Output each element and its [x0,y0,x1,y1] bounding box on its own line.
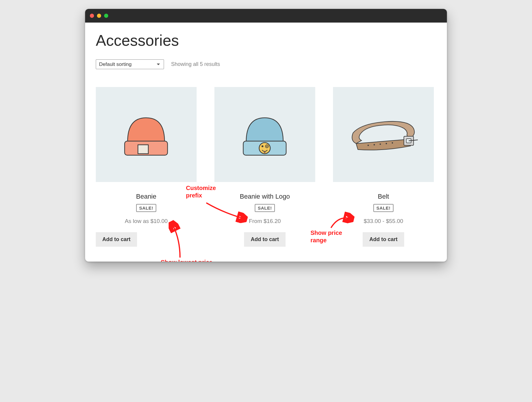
product-title[interactable]: Beanie [136,193,157,200]
beanie-icon [107,97,185,172]
product-image[interactable] [333,87,434,182]
page-title: Accessories [96,31,436,49]
product-price: From $16.20 [249,218,281,224]
product-image[interactable] [214,87,315,182]
product-grid: Beanie SALE! As low as $10.00 Add to car… [96,87,436,247]
product-card: Beanie with Logo SALE! From $16.20 Add t… [214,87,315,247]
window-maximize-icon[interactable] [104,14,108,18]
product-title[interactable]: Belt [378,193,389,200]
annotation-show-lowest: Show lowest price [161,259,212,262]
sale-badge: SALE! [255,204,275,212]
svg-rect-1 [138,145,149,154]
svg-point-6 [266,146,267,147]
product-card: Beanie SALE! As low as $10.00 Add to car… [96,87,197,247]
belt-icon [344,97,423,172]
svg-point-12 [380,143,381,145]
toolbar: Default sorting Showing all 5 results [96,59,436,69]
result-count: Showing all 5 results [171,61,220,67]
product-title[interactable]: Beanie with Logo [240,193,290,200]
product-price: $33.00 - $55.00 [364,218,403,224]
page-content: Accessories Default sorting Showing all … [85,23,447,262]
beanie-logo-icon [225,97,304,172]
add-to-cart-button[interactable]: Add to cart [363,232,404,247]
product-image[interactable] [96,87,197,182]
product-card: Belt SALE! $33.00 - $55.00 Add to cart [333,87,434,247]
svg-point-14 [392,142,393,143]
sort-select[interactable]: Default sorting [96,59,164,69]
window-minimize-icon[interactable] [97,14,101,18]
window-close-icon[interactable] [90,14,94,18]
svg-point-11 [374,144,375,145]
add-to-cart-button[interactable]: Add to cart [244,232,285,247]
product-price: As low as $10.00 [125,218,168,224]
add-to-cart-button[interactable]: Add to cart [96,232,137,247]
browser-window: Accessories Default sorting Showing all … [85,9,447,262]
window-titlebar [85,9,447,23]
svg-point-13 [386,143,387,144]
sale-badge: SALE! [373,204,394,212]
sale-badge: SALE! [136,204,156,212]
svg-point-4 [262,145,263,147]
svg-point-10 [368,145,369,146]
